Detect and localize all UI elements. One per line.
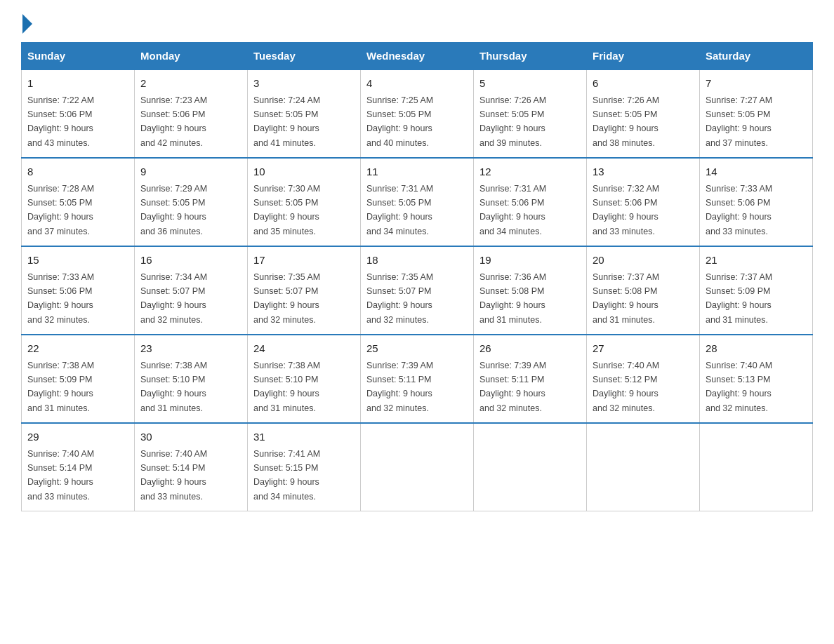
day-info: Sunrise: 7:31 AMSunset: 5:05 PMDaylight:… <box>366 184 433 236</box>
calendar-day-cell: 5Sunrise: 7:26 AMSunset: 5:05 PMDaylight… <box>474 69 587 158</box>
calendar-week-row: 1Sunrise: 7:22 AMSunset: 5:06 PMDaylight… <box>22 69 813 158</box>
calendar-day-cell: 24Sunrise: 7:38 AMSunset: 5:10 PMDayligh… <box>248 335 361 423</box>
day-info: Sunrise: 7:33 AMSunset: 5:06 PMDaylight:… <box>27 272 94 325</box>
calendar-week-row: 29Sunrise: 7:40 AMSunset: 5:14 PMDayligh… <box>22 423 813 511</box>
calendar-day-cell: 22Sunrise: 7:38 AMSunset: 5:09 PMDayligh… <box>22 335 135 423</box>
day-number: 26 <box>479 341 581 357</box>
day-info: Sunrise: 7:26 AMSunset: 5:05 PMDaylight:… <box>593 95 659 148</box>
page-header <box>21 14 813 29</box>
logo-arrow-icon <box>22 14 32 34</box>
header-saturday: Saturday <box>700 43 813 70</box>
calendar-day-cell: 17Sunrise: 7:35 AMSunset: 5:07 PMDayligh… <box>248 246 361 335</box>
calendar-day-cell: 13Sunrise: 7:32 AMSunset: 5:06 PMDayligh… <box>587 158 700 246</box>
calendar-day-cell: 18Sunrise: 7:35 AMSunset: 5:07 PMDayligh… <box>361 246 474 335</box>
calendar-week-row: 22Sunrise: 7:38 AMSunset: 5:09 PMDayligh… <box>22 335 813 423</box>
calendar-empty-cell <box>587 423 700 511</box>
day-number: 7 <box>706 76 807 92</box>
calendar-day-cell: 29Sunrise: 7:40 AMSunset: 5:14 PMDayligh… <box>22 423 135 511</box>
calendar-day-cell: 20Sunrise: 7:37 AMSunset: 5:08 PMDayligh… <box>587 246 700 335</box>
header-wednesday: Wednesday <box>361 43 474 70</box>
day-number: 18 <box>366 253 468 269</box>
day-number: 27 <box>593 341 694 357</box>
calendar-day-cell: 3Sunrise: 7:24 AMSunset: 5:05 PMDaylight… <box>248 69 361 158</box>
day-info: Sunrise: 7:40 AMSunset: 5:14 PMDaylight:… <box>140 449 207 502</box>
day-info: Sunrise: 7:35 AMSunset: 5:07 PMDaylight:… <box>366 272 433 325</box>
day-info: Sunrise: 7:39 AMSunset: 5:11 PMDaylight:… <box>366 361 433 413</box>
calendar-day-cell: 25Sunrise: 7:39 AMSunset: 5:11 PMDayligh… <box>361 335 474 423</box>
calendar-week-row: 8Sunrise: 7:28 AMSunset: 5:05 PMDaylight… <box>22 158 813 246</box>
calendar-day-cell: 16Sunrise: 7:34 AMSunset: 5:07 PMDayligh… <box>135 246 248 335</box>
header-tuesday: Tuesday <box>248 43 361 70</box>
day-number: 5 <box>479 76 581 92</box>
day-number: 22 <box>27 341 128 357</box>
day-number: 17 <box>253 253 355 269</box>
day-info: Sunrise: 7:37 AMSunset: 5:09 PMDaylight:… <box>706 272 772 325</box>
day-number: 4 <box>366 76 468 92</box>
day-number: 29 <box>27 429 128 445</box>
calendar-week-row: 15Sunrise: 7:33 AMSunset: 5:06 PMDayligh… <box>22 246 813 335</box>
calendar-day-cell: 23Sunrise: 7:38 AMSunset: 5:10 PMDayligh… <box>135 335 248 423</box>
day-info: Sunrise: 7:24 AMSunset: 5:05 PMDaylight:… <box>253 95 320 148</box>
calendar-day-cell: 4Sunrise: 7:25 AMSunset: 5:05 PMDaylight… <box>361 69 474 158</box>
day-info: Sunrise: 7:35 AMSunset: 5:07 PMDaylight:… <box>253 272 320 325</box>
day-info: Sunrise: 7:26 AMSunset: 5:05 PMDaylight:… <box>479 95 546 148</box>
header-monday: Monday <box>135 43 248 70</box>
calendar-empty-cell <box>474 423 587 511</box>
day-number: 30 <box>140 429 241 445</box>
day-number: 16 <box>140 253 241 269</box>
day-info: Sunrise: 7:38 AMSunset: 5:10 PMDaylight:… <box>253 361 320 413</box>
header-thursday: Thursday <box>474 43 587 70</box>
day-info: Sunrise: 7:37 AMSunset: 5:08 PMDaylight:… <box>593 272 659 325</box>
calendar-day-cell: 26Sunrise: 7:39 AMSunset: 5:11 PMDayligh… <box>474 335 587 423</box>
day-info: Sunrise: 7:33 AMSunset: 5:06 PMDaylight:… <box>706 184 772 236</box>
calendar-day-cell: 12Sunrise: 7:31 AMSunset: 5:06 PMDayligh… <box>474 158 587 246</box>
day-number: 6 <box>593 76 694 92</box>
calendar-day-cell: 31Sunrise: 7:41 AMSunset: 5:15 PMDayligh… <box>248 423 361 511</box>
day-number: 9 <box>140 164 241 180</box>
calendar-day-cell: 27Sunrise: 7:40 AMSunset: 5:12 PMDayligh… <box>587 335 700 423</box>
day-info: Sunrise: 7:23 AMSunset: 5:06 PMDaylight:… <box>140 95 207 148</box>
day-info: Sunrise: 7:38 AMSunset: 5:10 PMDaylight:… <box>140 361 207 413</box>
day-info: Sunrise: 7:29 AMSunset: 5:05 PMDaylight:… <box>140 184 207 236</box>
day-info: Sunrise: 7:28 AMSunset: 5:05 PMDaylight:… <box>27 184 94 236</box>
day-info: Sunrise: 7:22 AMSunset: 5:06 PMDaylight:… <box>27 95 94 148</box>
calendar-day-cell: 14Sunrise: 7:33 AMSunset: 5:06 PMDayligh… <box>700 158 813 246</box>
day-info: Sunrise: 7:27 AMSunset: 5:05 PMDaylight:… <box>706 95 772 148</box>
calendar-day-cell: 1Sunrise: 7:22 AMSunset: 5:06 PMDaylight… <box>22 69 135 158</box>
day-number: 2 <box>140 76 241 92</box>
day-number: 31 <box>253 429 355 445</box>
day-number: 24 <box>253 341 355 357</box>
calendar-table: SundayMondayTuesdayWednesdayThursdayFrid… <box>21 42 813 511</box>
calendar-empty-cell <box>700 423 813 511</box>
calendar-day-cell: 30Sunrise: 7:40 AMSunset: 5:14 PMDayligh… <box>135 423 248 511</box>
day-info: Sunrise: 7:36 AMSunset: 5:08 PMDaylight:… <box>479 272 546 325</box>
day-number: 12 <box>479 164 581 180</box>
day-info: Sunrise: 7:41 AMSunset: 5:15 PMDaylight:… <box>253 449 320 502</box>
calendar-empty-cell <box>361 423 474 511</box>
calendar-day-cell: 7Sunrise: 7:27 AMSunset: 5:05 PMDaylight… <box>700 69 813 158</box>
header-friday: Friday <box>587 43 700 70</box>
calendar-day-cell: 19Sunrise: 7:36 AMSunset: 5:08 PMDayligh… <box>474 246 587 335</box>
day-number: 28 <box>706 341 807 357</box>
day-number: 20 <box>593 253 694 269</box>
day-info: Sunrise: 7:30 AMSunset: 5:05 PMDaylight:… <box>253 184 320 236</box>
day-info: Sunrise: 7:40 AMSunset: 5:14 PMDaylight:… <box>27 449 94 502</box>
calendar-day-cell: 8Sunrise: 7:28 AMSunset: 5:05 PMDaylight… <box>22 158 135 246</box>
calendar-header-row: SundayMondayTuesdayWednesdayThursdayFrid… <box>22 43 813 70</box>
day-info: Sunrise: 7:32 AMSunset: 5:06 PMDaylight:… <box>593 184 659 236</box>
calendar-day-cell: 15Sunrise: 7:33 AMSunset: 5:06 PMDayligh… <box>22 246 135 335</box>
day-number: 10 <box>253 164 355 180</box>
calendar-day-cell: 21Sunrise: 7:37 AMSunset: 5:09 PMDayligh… <box>700 246 813 335</box>
day-number: 8 <box>27 164 128 180</box>
day-info: Sunrise: 7:34 AMSunset: 5:07 PMDaylight:… <box>140 272 207 325</box>
day-number: 19 <box>479 253 581 269</box>
header-sunday: Sunday <box>22 43 135 70</box>
day-info: Sunrise: 7:40 AMSunset: 5:12 PMDaylight:… <box>593 361 659 413</box>
day-number: 13 <box>593 164 694 180</box>
day-info: Sunrise: 7:31 AMSunset: 5:06 PMDaylight:… <box>479 184 546 236</box>
calendar-day-cell: 6Sunrise: 7:26 AMSunset: 5:05 PMDaylight… <box>587 69 700 158</box>
calendar-day-cell: 28Sunrise: 7:40 AMSunset: 5:13 PMDayligh… <box>700 335 813 423</box>
day-info: Sunrise: 7:40 AMSunset: 5:13 PMDaylight:… <box>706 361 772 413</box>
day-number: 25 <box>366 341 468 357</box>
calendar-day-cell: 11Sunrise: 7:31 AMSunset: 5:05 PMDayligh… <box>361 158 474 246</box>
